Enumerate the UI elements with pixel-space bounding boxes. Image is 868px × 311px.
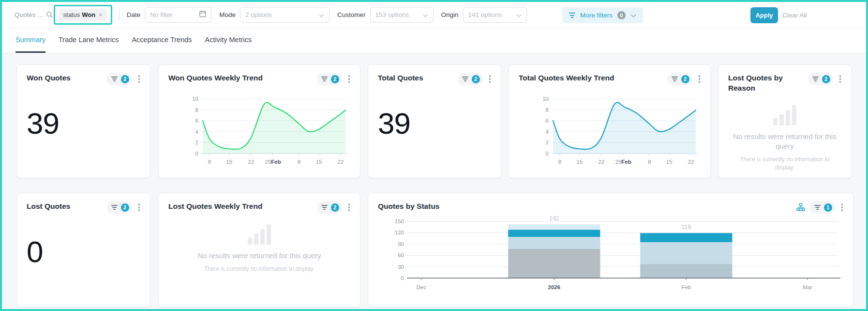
chevron-down-icon — [423, 11, 428, 19]
svg-text:0: 0 — [546, 151, 549, 156]
card-lost-quotes-by-reason: Lost Quotes by Reason 2 No results were … — [718, 64, 852, 178]
active-filter-highlight: status Won × — [54, 5, 112, 25]
empty-subtitle: There is currently no information to dis… — [204, 265, 315, 273]
mode-filter-select[interactable]: 2 options — [240, 7, 329, 23]
tab-trade-lane-metrics[interactable]: Trade Lane Metrics — [59, 36, 119, 53]
card-won-quotes: Won Quotes 2 39 — [16, 64, 150, 178]
filter-count-badge: 2 — [331, 203, 339, 212]
card-title: Won Quotes — [27, 73, 107, 83]
metric-value: 39 — [378, 109, 410, 139]
kebab-menu-icon[interactable] — [697, 73, 702, 85]
filter-count-badge: 2 — [472, 75, 480, 83]
empty-bar-chart-icon — [248, 224, 271, 245]
svg-text:8: 8 — [558, 159, 561, 165]
filter-icon — [462, 77, 468, 81]
customer-value: 153 options — [375, 11, 423, 18]
tab-summary[interactable]: Summary — [15, 36, 45, 53]
chip-field-label: status — [63, 11, 80, 18]
svg-text:4: 4 — [546, 129, 549, 135]
card-title: Quotes by Status — [378, 202, 796, 212]
customer-filter-select[interactable]: 153 options — [370, 7, 434, 23]
card-won-quotes-weekly-trend: 02468108152229Feb81522 Won Quotes Weekly… — [158, 64, 360, 178]
card-title: Total Quotes Weekly Trend — [519, 73, 667, 83]
calendar-icon — [199, 10, 206, 19]
origin-value: 141 options — [468, 11, 516, 18]
mode-value: 2 options — [245, 11, 319, 18]
origin-filter-label: Origin — [441, 11, 459, 18]
date-filter-input[interactable]: No filter — [145, 7, 211, 23]
filter-icon — [569, 13, 575, 17]
metric-value: 39 — [27, 109, 59, 139]
card-filter-button[interactable]: 2 — [458, 73, 483, 85]
svg-text:10: 10 — [542, 96, 549, 102]
more-filters-count-badge: 0 — [617, 11, 626, 19]
status-filter-chip[interactable]: status Won × — [59, 9, 107, 21]
svg-text:2: 2 — [546, 140, 549, 145]
tab-acceptance-trends[interactable]: Acceptance Trends — [132, 36, 192, 53]
svg-text:2026: 2026 — [548, 284, 561, 290]
svg-text:8: 8 — [208, 159, 211, 165]
divider — [119, 9, 120, 21]
svg-text:22: 22 — [338, 159, 344, 165]
card-total-quotes-weekly-trend: 02468108152229Feb81522 Total Quotes Week… — [509, 64, 711, 178]
empty-title: No results were returned for this query — [197, 251, 321, 261]
date-placeholder: No filter — [150, 11, 199, 18]
svg-text:8: 8 — [546, 107, 549, 113]
kebab-menu-icon[interactable] — [347, 202, 352, 213]
svg-text:Dec: Dec — [416, 284, 426, 290]
svg-text:29Feb: 29Feb — [615, 159, 631, 165]
context-label: Quotes ... — [15, 11, 43, 18]
kebab-menu-icon[interactable] — [137, 202, 142, 213]
svg-text:22: 22 — [599, 159, 605, 165]
svg-text:Feb: Feb — [681, 284, 691, 290]
date-filter-label: Date — [127, 11, 141, 18]
card-filter-button[interactable]: 2 — [667, 73, 692, 85]
filter-icon — [672, 77, 678, 81]
card-lost-quotes-weekly-trend: Lost Quotes Weekly Trend 2 No results we… — [158, 193, 360, 307]
svg-text:2: 2 — [195, 140, 198, 145]
more-filters-button[interactable]: More filters 0 — [562, 7, 643, 23]
card-lost-quotes: Lost Quotes 2 0 — [16, 193, 150, 307]
card-title: Total Quotes — [378, 73, 458, 83]
card-filter-button[interactable]: 2 — [107, 73, 132, 85]
chip-remove-icon[interactable]: × — [99, 11, 103, 18]
card-filter-button[interactable]: 2 — [107, 201, 132, 214]
tab-activity-metrics[interactable]: Activity Metrics — [205, 36, 252, 53]
card-filter-button[interactable]: 1 — [810, 201, 835, 214]
sitemap-icon[interactable] — [796, 203, 805, 212]
filter-icon — [321, 205, 328, 210]
svg-text:4: 4 — [195, 129, 199, 135]
svg-text:119: 119 — [681, 224, 691, 231]
mode-filter-label: Mode — [219, 11, 236, 18]
card-total-quotes: Total Quotes 2 39 — [368, 64, 501, 178]
card-filter-button[interactable]: 2 — [317, 201, 342, 214]
kebab-menu-icon[interactable] — [838, 73, 843, 85]
filter-count-badge: 1 — [824, 203, 832, 212]
svg-text:6: 6 — [195, 118, 198, 124]
card-filter-button[interactable]: 2 — [317, 73, 342, 85]
filter-count-badge: 2 — [681, 75, 689, 83]
kebab-menu-icon[interactable] — [488, 73, 493, 85]
clear-all-button[interactable]: Clear All — [782, 12, 807, 19]
svg-text:60: 60 — [398, 252, 404, 258]
filter-count-badge: 2 — [121, 203, 129, 212]
empty-state: No results were returned for this query … — [159, 224, 360, 273]
origin-filter-select[interactable]: 141 options — [463, 7, 527, 23]
card-filter-button[interactable]: 2 — [808, 73, 833, 85]
kebab-menu-icon[interactable] — [840, 202, 845, 213]
kebab-menu-icon[interactable] — [137, 73, 142, 85]
more-filters-label: More filters — [580, 12, 613, 19]
tabs-bar: Summary Trade Lane Metrics Acceptance Tr… — [2, 28, 866, 53]
apply-button[interactable]: Apply — [750, 7, 778, 23]
card-title: Won Quotes Weekly Trend — [168, 73, 317, 83]
search-icon — [46, 11, 53, 18]
svg-text:8: 8 — [195, 107, 198, 113]
card-quotes-by-status: 0306090120150142119Dec2026FebMar Quotes … — [368, 193, 853, 307]
filter-icon — [812, 77, 819, 81]
filter-icon — [111, 77, 118, 81]
filter-count-badge: 2 — [822, 75, 830, 83]
kebab-menu-icon[interactable] — [347, 73, 352, 85]
filter-icon — [111, 205, 118, 210]
svg-text:8: 8 — [648, 159, 651, 165]
metric-value: 0 — [27, 237, 43, 267]
